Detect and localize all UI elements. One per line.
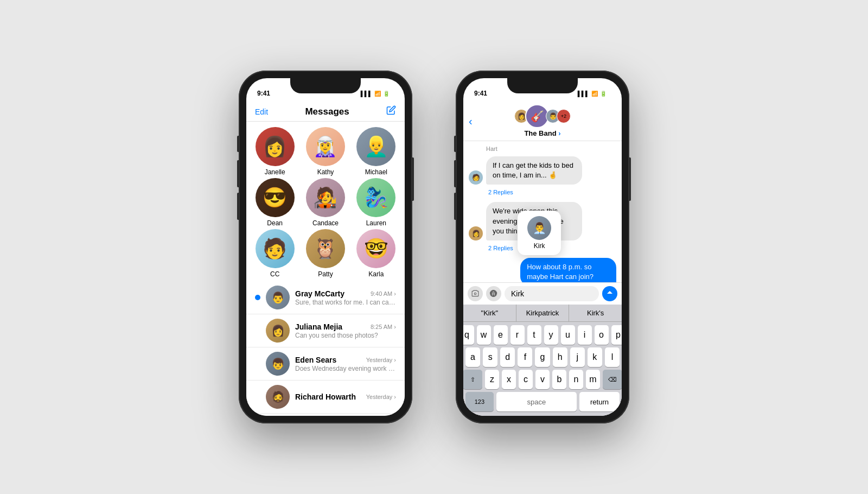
key-space[interactable]: space xyxy=(496,392,577,411)
key-n[interactable]: n xyxy=(569,370,583,389)
msg-sender-eden: Eden Sears xyxy=(295,356,336,364)
key-g[interactable]: g xyxy=(535,347,550,367)
messages-header: Edit Messages xyxy=(246,101,405,122)
edit-button[interactable]: Edit xyxy=(255,107,268,116)
key-p[interactable]: p xyxy=(611,325,622,345)
msg-preview-eden: Does Wednesday evening work for you? May… xyxy=(295,365,396,372)
silent-switch-2 xyxy=(454,136,456,152)
key-r[interactable]: r xyxy=(510,325,525,345)
suggestion-kirk-quoted[interactable]: "Kirk" xyxy=(463,305,516,321)
phone-1: 9:41 ▌▌▌ 📶 🔋 Edit Messages xyxy=(239,71,412,423)
pinned-name-candace: Candace xyxy=(312,219,339,227)
key-z[interactable]: z xyxy=(485,370,499,389)
pinned-lauren[interactable]: 🧞‍♀️ Lauren xyxy=(352,178,400,227)
msg-content-gray: Gray McCarty 9:40 AM › Sure, that works … xyxy=(295,289,396,306)
list-item-gray[interactable]: 👨 Gray McCarty 9:40 AM › Sure, that work… xyxy=(246,281,405,314)
pinned-dean[interactable]: 😎 Dean xyxy=(251,178,299,227)
msg-time-richard: Yesterday › xyxy=(366,394,396,400)
autocomplete-avatar: 👨‍💼 xyxy=(527,216,551,240)
msg-content-richard: Richard Howarth Yesterday › xyxy=(295,392,396,402)
key-j[interactable]: j xyxy=(570,347,585,367)
key-i[interactable]: i xyxy=(578,325,592,345)
back-button[interactable]: ‹ xyxy=(469,115,473,127)
key-l[interactable]: l xyxy=(605,347,620,367)
list-item-eden[interactable]: 👦 Eden Sears Yesterday › Does Wednesday … xyxy=(246,347,405,381)
pinned-name-lauren: Lauren xyxy=(366,219,386,227)
pinned-michael[interactable]: 👱‍♂️ Michael xyxy=(352,127,400,176)
volume-up-2 xyxy=(454,160,456,187)
key-q[interactable]: q xyxy=(463,325,474,345)
suggestion-kirks[interactable]: Kirk's xyxy=(569,305,622,321)
list-item-juliana[interactable]: 👩 Juliana Mejia 8:25 AM › Can you send t… xyxy=(246,314,405,347)
avatar-juliana: 👩 xyxy=(266,319,290,343)
key-d[interactable]: d xyxy=(500,347,515,367)
key-e[interactable]: e xyxy=(494,325,508,345)
avatar-dean: 😎 xyxy=(256,178,295,217)
keyboard: q w e r t y u i o p a s d f g h xyxy=(463,322,622,416)
kb-row-bottom: 123 space return xyxy=(465,392,620,411)
key-s[interactable]: s xyxy=(483,347,497,367)
key-shift[interactable]: ⇧ xyxy=(463,370,482,389)
avatar-richard: 🧔 xyxy=(266,385,290,409)
key-x[interactable]: x xyxy=(502,370,516,389)
conversation-content: ‹ 👩 🎸 👨 +2 The Band › Hart 🧑 If xyxy=(463,101,622,416)
message-input[interactable]: Kirk xyxy=(505,286,599,301)
volume-down xyxy=(237,193,239,220)
list-item-richard[interactable]: 🧔 Richard Howarth Yesterday › xyxy=(246,381,405,414)
key-t[interactable]: t xyxy=(527,325,541,345)
key-f[interactable]: f xyxy=(518,347,532,367)
appstore-button[interactable]: 🅐 xyxy=(486,286,501,301)
camera-button[interactable] xyxy=(468,286,483,301)
pinned-cc[interactable]: 🧑 CC xyxy=(251,229,299,278)
avatar-candace: 🧑‍🎤 xyxy=(306,178,345,217)
key-a[interactable]: a xyxy=(465,347,480,367)
key-123[interactable]: 123 xyxy=(465,392,494,411)
key-m[interactable]: m xyxy=(586,370,600,389)
pinned-janelle[interactable]: 👩 Janelle xyxy=(251,127,299,176)
replies-label-1[interactable]: 2 Replies xyxy=(469,188,616,197)
key-k[interactable]: k xyxy=(588,347,602,367)
bubble-sent: How about 8 p.m. so maybe Hart can join? xyxy=(520,258,616,282)
send-button[interactable] xyxy=(602,286,617,301)
pinned-kathy[interactable]: 🧝‍♀️ Kathy xyxy=(301,127,349,176)
key-backspace[interactable]: ⌫ xyxy=(603,370,622,389)
avatar-kathy: 🧝‍♀️ xyxy=(306,127,345,166)
phone-2-screen: 9:41 ▌▌▌ 📶 🔋 ‹ 👩 🎸 👨 +2 The Band › xyxy=(463,78,622,416)
key-c[interactable]: c xyxy=(519,370,533,389)
key-w[interactable]: w xyxy=(477,325,491,345)
pinned-karla[interactable]: 🤓 Karla xyxy=(352,229,400,278)
volume-down-2 xyxy=(454,193,456,220)
group-name[interactable]: The Band › xyxy=(524,129,560,137)
key-b[interactable]: b xyxy=(552,370,566,389)
key-o[interactable]: o xyxy=(595,325,609,345)
pinned-patty[interactable]: 🦉 Patty xyxy=(301,229,349,278)
svg-point-0 xyxy=(474,293,476,295)
status-time-1: 9:41 xyxy=(257,90,270,97)
msg-time-gray: 9:40 AM › xyxy=(371,290,396,297)
key-v[interactable]: v xyxy=(535,370,550,389)
sender-label-hart: Hart xyxy=(469,145,616,152)
unread-dot xyxy=(255,295,260,300)
silent-switch xyxy=(237,136,239,152)
suggestion-kirkpatrick[interactable]: Kirkpatrick xyxy=(516,305,570,321)
autocomplete-popup[interactable]: 👨‍💼 Kirk xyxy=(518,211,561,255)
avatar-michael: 👱‍♂️ xyxy=(356,127,395,166)
pinned-name-michael: Michael xyxy=(365,168,387,176)
chat-area: Hart 🧑 If I can get the kids to bed on t… xyxy=(463,141,622,282)
group-avatar-3: +2 xyxy=(557,109,571,123)
compose-button[interactable] xyxy=(386,105,396,118)
notch xyxy=(290,78,361,93)
msg-time-juliana: 8:25 AM › xyxy=(371,324,396,330)
key-y[interactable]: y xyxy=(544,325,558,345)
pinned-contacts-grid: 👩 Janelle 🧝‍♀️ Kathy 👱‍♂️ Michael xyxy=(246,122,405,281)
key-h[interactable]: h xyxy=(553,347,567,367)
avatar-cc: 🧑 xyxy=(256,229,295,268)
pinned-name-patty: Patty xyxy=(318,270,333,278)
pinned-candace[interactable]: 🧑‍🎤 Candace xyxy=(301,178,349,227)
power-button xyxy=(412,157,414,201)
key-u[interactable]: u xyxy=(561,325,575,345)
key-return[interactable]: return xyxy=(579,392,620,411)
battery-icon-2: 🔋 xyxy=(600,91,607,97)
pinned-name-janelle: Janelle xyxy=(265,168,285,176)
conversation-header: ‹ 👩 🎸 👨 +2 The Band › xyxy=(463,101,622,141)
